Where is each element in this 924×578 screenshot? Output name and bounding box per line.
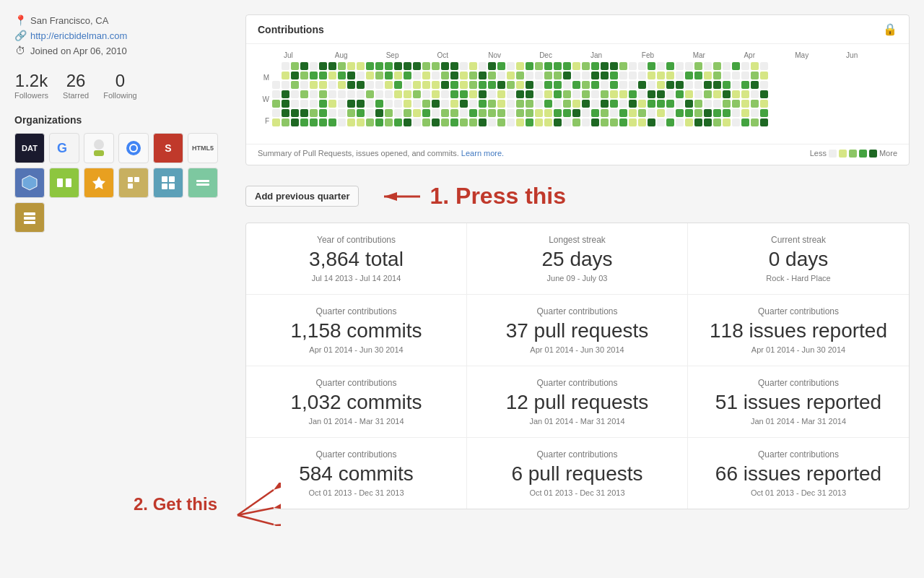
calendar-week (460, 62, 468, 137)
following-stat[interactable]: 0 Following (103, 71, 136, 100)
calendar-day (441, 72, 449, 79)
calendar-day (328, 118, 336, 126)
calendar-day (375, 118, 383, 126)
calendar-day (601, 109, 609, 117)
svg-rect-8 (66, 178, 71, 187)
calendar-day (723, 109, 731, 117)
month-oct: Oct (437, 51, 488, 59)
org-sails[interactable]: S (153, 133, 183, 163)
calendar-day (347, 100, 355, 108)
calendar-day (422, 72, 430, 79)
org-chrome[interactable] (118, 133, 149, 163)
org-small3[interactable] (14, 202, 45, 233)
calendar-day (282, 72, 289, 79)
year-date: Jul 14 2013 - Jul 14 2014 (258, 274, 455, 282)
calendar-week (347, 62, 355, 137)
calendar-day (469, 72, 477, 79)
calendar-day (610, 109, 618, 117)
calendar-day (629, 90, 637, 98)
calendar-day (488, 81, 496, 89)
calendar-day (375, 72, 383, 79)
calendar-day (619, 81, 627, 89)
calendar-day (582, 90, 590, 98)
add-previous-quarter-button[interactable]: Add previous quarter (245, 186, 359, 207)
calendar-day (694, 90, 702, 98)
calendar-day (404, 81, 411, 89)
calendar-week (676, 62, 684, 137)
calendar-day (319, 90, 327, 98)
month-apr: Apr (744, 51, 795, 59)
q1-pulls-date: Apr 01 2014 - Jun 30 2014 (479, 345, 676, 354)
org-small2[interactable] (188, 168, 218, 198)
calendar-week (610, 62, 618, 137)
calendar-week (601, 62, 609, 137)
calendar-day (535, 62, 543, 70)
month-jul: Jul (284, 51, 335, 59)
calendar-day (366, 62, 374, 70)
calendar-day (629, 109, 637, 117)
calendar-day (666, 118, 674, 126)
org-small1[interactable] (153, 168, 183, 198)
website-link[interactable]: http://ericbidelman.com (30, 30, 127, 41)
org-github2[interactable] (84, 168, 114, 198)
calendar-day (694, 109, 702, 117)
calendar-day (328, 90, 336, 98)
org-google[interactable]: G (49, 133, 79, 163)
calendar-day (563, 62, 571, 70)
organizations-section: Organizations DAT G (14, 114, 231, 233)
calendar-day (732, 109, 740, 117)
calendar-day (582, 62, 590, 70)
calendar-day (310, 81, 318, 89)
svg-rect-14 (169, 176, 175, 182)
calendar-day (657, 118, 665, 126)
calendar-day (544, 90, 552, 98)
calendar-day (357, 100, 365, 108)
calendar-day (666, 109, 674, 117)
calendar-week (760, 62, 768, 137)
org-polymer[interactable] (14, 168, 45, 198)
main-content: Contributions 🔒 Jul Aug Sep Oct Nov Dec … (245, 14, 910, 564)
get-this-arrows-icon (223, 483, 281, 526)
calendar-day (319, 62, 327, 70)
org-dat[interactable]: DAT (14, 133, 45, 163)
calendar-day (554, 62, 562, 70)
calendar-day (563, 100, 571, 108)
calendar-week (291, 62, 299, 137)
calendar-day (544, 100, 552, 108)
calendar-day (638, 109, 646, 117)
calendar-day (469, 81, 477, 89)
calendar-day (516, 72, 524, 79)
org-github1[interactable] (49, 168, 79, 198)
calendar-day (347, 109, 355, 117)
calendar-day (300, 81, 308, 89)
starred-stat[interactable]: 26 Starred (63, 71, 89, 100)
calendar-day (572, 90, 580, 98)
calendar-day (282, 109, 289, 117)
calendar-week (572, 62, 580, 137)
calendar-day (357, 72, 365, 79)
calendar-day (291, 81, 299, 89)
org-yeoman[interactable] (84, 133, 114, 163)
org-html5rocks[interactable]: HTML5 (188, 133, 218, 163)
learn-more-link[interactable]: Learn more. (461, 149, 504, 158)
org-github3[interactable] (118, 168, 149, 198)
calendar-day (732, 72, 740, 79)
calendar-day (676, 72, 684, 79)
followers-stat[interactable]: 1.2k Followers (14, 71, 48, 100)
calendar-day (366, 109, 374, 117)
calendar-day (572, 81, 580, 89)
calendar-day (441, 90, 449, 98)
calendar-day (450, 62, 458, 70)
month-may: May (795, 51, 846, 59)
current-date: Rock - Hard Place (699, 274, 897, 282)
calendar-week (375, 62, 383, 137)
calendar-day (310, 100, 318, 108)
q1-issues-card: Quarter contributions 118 issues reporte… (688, 295, 909, 366)
calendar-day (394, 90, 402, 98)
q1-pulls-label: Quarter contributions (479, 306, 676, 316)
calendar-day (713, 72, 721, 79)
calendar-day (619, 109, 627, 117)
website-item[interactable]: 🔗 http://ericbidelman.com (14, 30, 231, 41)
calendar-day (507, 72, 515, 79)
calendar-grid (272, 62, 768, 137)
